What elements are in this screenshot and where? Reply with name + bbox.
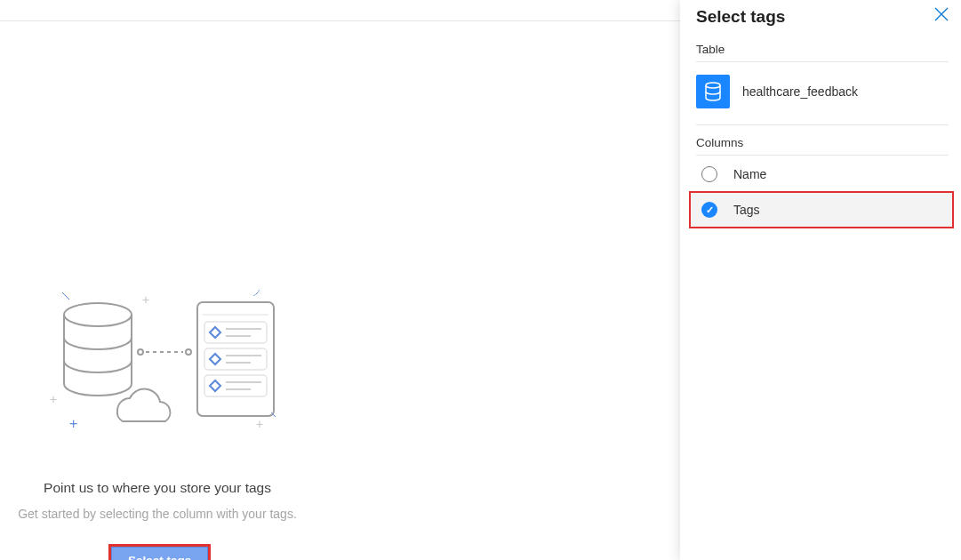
table-name: healthcare_feedback [742, 84, 858, 99]
empty-state-title: Point us to where you store your tags [18, 480, 297, 496]
divider [696, 61, 949, 62]
svg-point-1 [138, 349, 143, 355]
columns-section: Columns Name Tags [696, 136, 949, 228]
close-icon [934, 7, 949, 21]
database-icon [696, 75, 730, 108]
svg-text:⟋: ⟋ [251, 288, 263, 300]
svg-point-24 [706, 83, 720, 88]
divider [696, 155, 949, 156]
column-option-name[interactable]: Name [696, 157, 949, 191]
table-section-label: Table [696, 43, 949, 56]
columns-section-label: Columns [696, 136, 949, 149]
svg-text:+: + [50, 392, 57, 406]
main-content: ⟍ + ⟋ + + + ⟍ Point us to where you stor… [0, 21, 676, 560]
select-tags-button[interactable]: Select tags [111, 547, 208, 560]
column-label: Name [733, 167, 766, 181]
svg-text:+: + [142, 292, 149, 307]
svg-point-3 [186, 349, 191, 355]
svg-text:+: + [69, 416, 77, 431]
svg-point-0 [64, 303, 132, 326]
table-row: healthcare_feedback [696, 71, 949, 125]
empty-state-illustration: ⟍ + ⟋ + + + ⟍ [44, 288, 276, 439]
svg-text:⟍: ⟍ [268, 408, 276, 422]
table-section: Table healthcare_feedback [696, 43, 949, 125]
close-button[interactable] [934, 7, 949, 25]
column-label: Tags [733, 203, 760, 217]
radio-unchecked-icon [701, 166, 717, 182]
svg-text:+: + [256, 417, 263, 431]
select-tags-button-highlight: Select tags [108, 544, 211, 560]
column-option-tags[interactable]: Tags [689, 191, 954, 228]
select-tags-panel: Select tags Table healthcare_feedback Co… [680, 0, 961, 560]
empty-state-subtitle: Get started by selecting the column with… [18, 507, 297, 521]
radio-checked-icon [701, 202, 717, 218]
panel-title: Select tags [696, 7, 949, 27]
svg-text:⟍: ⟍ [59, 288, 73, 303]
